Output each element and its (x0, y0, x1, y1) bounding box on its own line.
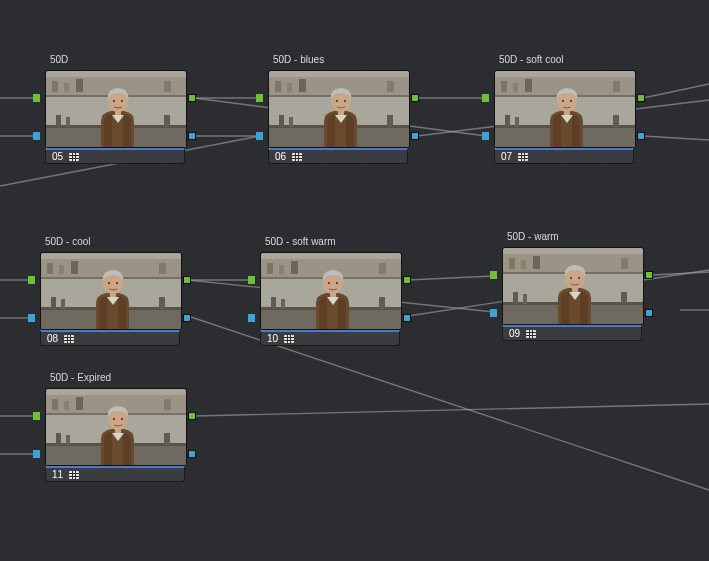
output-port-video-icon[interactable] (188, 94, 196, 102)
svg-point-47 (570, 100, 572, 102)
svg-point-111 (121, 418, 123, 420)
svg-rect-36 (513, 83, 518, 92)
output-port-key-icon[interactable] (403, 314, 411, 322)
node-footer: 06 (268, 148, 408, 164)
svg-point-15 (121, 100, 123, 102)
graph-node-08[interactable]: 50D - cool (40, 252, 180, 346)
svg-rect-20 (287, 83, 292, 92)
node-number: 09 (509, 328, 520, 339)
output-port-key-icon[interactable] (188, 132, 196, 140)
node-label: 50D - cool (45, 236, 91, 247)
node-thumbnail[interactable] (45, 70, 187, 148)
svg-point-78 (328, 282, 330, 284)
output-port-video-icon[interactable] (645, 271, 653, 279)
svg-rect-9 (56, 115, 61, 127)
output-port-video-icon[interactable] (183, 276, 191, 284)
output-port-key-icon[interactable] (637, 132, 645, 140)
input-port-key-icon[interactable] (33, 132, 40, 140)
svg-rect-6 (164, 81, 171, 92)
svg-point-46 (562, 100, 564, 102)
svg-point-79 (336, 282, 338, 284)
connection-line (652, 272, 709, 275)
input-port-video-icon[interactable] (482, 94, 489, 102)
input-port-key-icon[interactable] (482, 132, 489, 140)
node-number: 06 (275, 151, 286, 162)
output-port-video-icon[interactable] (403, 276, 411, 284)
graph-node-10[interactable]: 50D - soft warm (260, 252, 400, 346)
connection-line (408, 276, 494, 280)
svg-point-30 (336, 100, 338, 102)
input-port-video-icon[interactable] (248, 276, 255, 284)
svg-rect-25 (279, 115, 284, 127)
svg-rect-106 (66, 435, 70, 445)
graph-node-11[interactable]: 50D - Expired (45, 388, 185, 482)
grid-icon (284, 335, 294, 343)
input-port-key-icon[interactable] (33, 450, 40, 458)
svg-rect-107 (164, 433, 170, 445)
input-port-key-icon[interactable] (248, 314, 255, 322)
graph-node-07[interactable]: 50D - soft cool (494, 70, 634, 164)
node-footer: 11 (45, 466, 185, 482)
input-port-video-icon[interactable] (256, 94, 263, 102)
svg-rect-11 (164, 115, 170, 127)
svg-rect-51 (47, 263, 53, 274)
output-port-video-icon[interactable] (637, 94, 645, 102)
svg-rect-57 (51, 297, 56, 309)
input-port-key-icon[interactable] (256, 132, 263, 140)
grid-icon (292, 153, 302, 161)
svg-rect-53 (71, 261, 78, 274)
node-number: 05 (52, 151, 63, 162)
node-number: 07 (501, 151, 512, 162)
input-port-key-icon[interactable] (490, 309, 497, 317)
graph-node-09[interactable]: 50D - warm (502, 247, 642, 341)
svg-rect-35 (501, 81, 507, 92)
output-port-key-icon[interactable] (188, 450, 196, 458)
svg-rect-4 (64, 83, 69, 92)
svg-rect-19 (275, 81, 281, 92)
input-port-video-icon[interactable] (490, 271, 497, 279)
node-thumbnail[interactable] (40, 252, 182, 330)
svg-point-94 (570, 277, 572, 279)
output-port-key-icon[interactable] (183, 314, 191, 322)
svg-rect-43 (613, 115, 619, 127)
svg-point-14 (113, 100, 115, 102)
svg-rect-41 (505, 115, 510, 127)
node-thumbnail[interactable] (494, 70, 636, 148)
svg-rect-102 (164, 399, 171, 410)
node-graph-canvas[interactable]: 50D (0, 0, 709, 561)
svg-rect-86 (621, 258, 628, 269)
input-port-video-icon[interactable] (33, 94, 40, 102)
node-label: 50D - soft cool (499, 54, 563, 65)
node-thumbnail[interactable] (45, 388, 187, 466)
graph-node-05[interactable]: 50D (45, 70, 185, 164)
svg-point-95 (578, 277, 580, 279)
node-thumbnail[interactable] (260, 252, 402, 330)
svg-rect-3 (52, 81, 58, 92)
svg-rect-26 (289, 117, 293, 127)
node-thumbnail[interactable] (502, 247, 644, 325)
svg-rect-105 (56, 433, 61, 445)
connection-line (643, 136, 709, 140)
node-label: 50D - warm (507, 231, 559, 242)
svg-point-110 (113, 418, 115, 420)
input-port-key-icon[interactable] (28, 314, 35, 322)
node-label: 50D (50, 54, 68, 65)
svg-point-31 (344, 100, 346, 102)
output-port-key-icon[interactable] (645, 309, 653, 317)
grid-icon (69, 471, 79, 479)
output-port-video-icon[interactable] (188, 412, 196, 420)
svg-rect-84 (521, 260, 526, 269)
svg-rect-70 (379, 263, 386, 274)
input-port-video-icon[interactable] (28, 276, 35, 284)
output-port-video-icon[interactable] (411, 94, 419, 102)
input-port-video-icon[interactable] (33, 412, 40, 420)
graph-node-06[interactable]: 50D - blues (268, 70, 408, 164)
grid-icon (69, 153, 79, 161)
connection-line (643, 84, 709, 98)
node-number: 11 (52, 469, 63, 480)
node-thumbnail[interactable] (268, 70, 410, 148)
node-footer: 05 (45, 148, 185, 164)
svg-rect-83 (509, 258, 515, 269)
output-port-key-icon[interactable] (411, 132, 419, 140)
connection-line (194, 404, 709, 416)
